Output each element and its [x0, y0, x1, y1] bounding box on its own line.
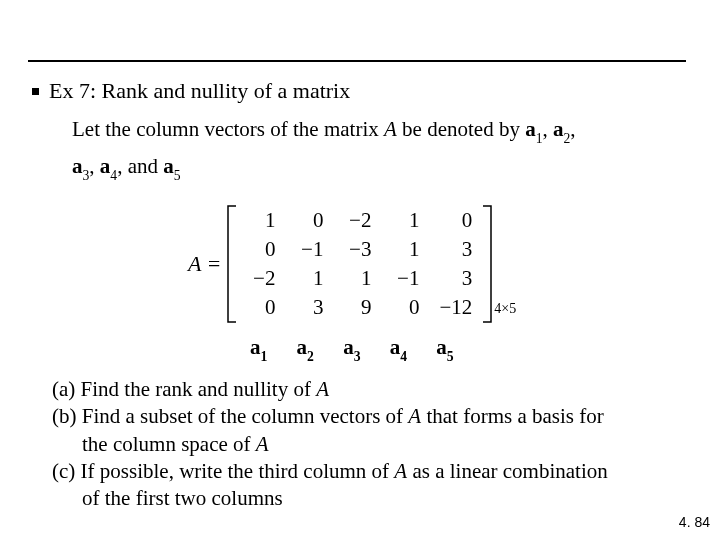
col-label-a3: a3: [343, 335, 360, 363]
qc-A: A: [394, 459, 407, 483]
qb-pre: (b) Find a subset of the column vectors …: [52, 404, 408, 428]
col-label-a1: a1: [250, 335, 267, 363]
cell: 0: [285, 206, 333, 235]
cell: 1: [381, 235, 429, 264]
vec-a2: a: [553, 117, 564, 141]
cell: −1: [285, 235, 333, 264]
table-row: −2 1 1 −1 3: [237, 264, 482, 293]
title-line: Ex 7: Rank and nullity of a matrix: [32, 78, 350, 104]
col-label-a2: a2: [297, 335, 314, 363]
comma3: ,: [89, 154, 100, 178]
question-b-line2: the column space of A: [52, 431, 692, 458]
cell: −2: [333, 206, 381, 235]
col-label-a5: a5: [436, 335, 453, 363]
intro-mid: be denoted by: [397, 117, 525, 141]
cell: 0: [237, 293, 285, 322]
comma1: ,: [542, 117, 553, 141]
matrix-table: 1 0 −2 1 0 0 −1 −3 1 3 −2 1 1 −1 3 0: [237, 206, 482, 322]
page-number: 4. 84: [679, 514, 710, 530]
vec-a5: a: [163, 154, 174, 178]
intro-pre: Let the column vectors of the matrix: [72, 117, 384, 141]
cell: 1: [381, 206, 429, 235]
slide: Ex 7: Rank and nullity of a matrix Let t…: [0, 0, 720, 540]
bullet-icon: [32, 88, 39, 95]
vec-a3: a: [72, 154, 83, 178]
left-bracket-icon: [227, 205, 237, 323]
cell: −2: [237, 264, 285, 293]
cell: 3: [429, 235, 482, 264]
qc-post: as a linear combination: [407, 459, 608, 483]
comma2: ,: [570, 117, 575, 141]
cell: 9: [333, 293, 381, 322]
question-b: (b) Find a subset of the column vectors …: [52, 403, 692, 430]
column-labels: a1 a2 a3 a4 a5: [238, 335, 466, 363]
intro-A: A: [384, 117, 397, 141]
matrix-label: A =: [188, 251, 221, 277]
horizontal-rule: [28, 60, 686, 62]
cell: 1: [333, 264, 381, 293]
table-row: 0 3 9 0 −12: [237, 293, 482, 322]
cell: 0: [237, 235, 285, 264]
right-bracket-icon: [482, 205, 492, 323]
cell: 0: [381, 293, 429, 322]
questions: (a) Find the rank and nullity of A (b) F…: [52, 376, 692, 512]
cell: −1: [381, 264, 429, 293]
vec-a1-sub: 1: [536, 131, 543, 146]
cell: 0: [429, 206, 482, 235]
cell: 1: [237, 206, 285, 235]
vec-a4: a: [100, 154, 111, 178]
col-label-a4: a4: [390, 335, 407, 363]
qb-A1: A: [408, 404, 421, 428]
intro-and: , and: [117, 154, 163, 178]
qb-l2-pre: the column space of: [82, 432, 256, 456]
question-c: (c) If possible, write the third column …: [52, 458, 692, 485]
matrix-equation: A = 1 0 −2 1 0 0 −1 −3 1 3 −2 1 1: [188, 205, 516, 323]
table-row: 0 −1 −3 1 3: [237, 235, 482, 264]
question-c-line2: of the first two columns: [52, 485, 692, 512]
qa-pre: (a) Find the rank and nullity of: [52, 377, 316, 401]
vec-a2-sub: 2: [563, 131, 570, 146]
vec-a3-sub: 3: [83, 168, 90, 183]
cell: 3: [429, 264, 482, 293]
table-row: 1 0 −2 1 0: [237, 206, 482, 235]
qa-A: A: [316, 377, 329, 401]
matrix-dims: 4×5: [494, 301, 516, 323]
vec-a5-sub: 5: [174, 168, 181, 183]
intro-text: Let the column vectors of the matrix A b…: [72, 112, 692, 185]
vec-a1: a: [525, 117, 536, 141]
qb-mid: that forms a basis for: [421, 404, 604, 428]
cell: −3: [333, 235, 381, 264]
qb-A2: A: [256, 432, 269, 456]
question-a: (a) Find the rank and nullity of A: [52, 376, 692, 403]
cell: 3: [285, 293, 333, 322]
qc-pre: (c) If possible, write the third column …: [52, 459, 394, 483]
title-text: Ex 7: Rank and nullity of a matrix: [49, 78, 350, 104]
cell: 1: [285, 264, 333, 293]
vec-a4-sub: 4: [110, 168, 117, 183]
cell: −12: [429, 293, 482, 322]
